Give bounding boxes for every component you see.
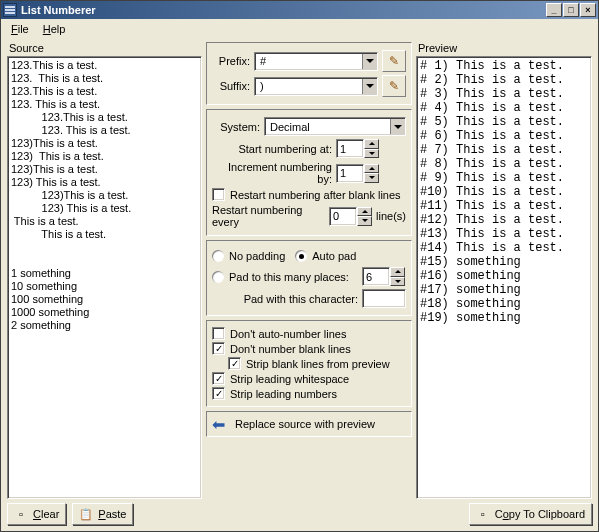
strip-leading-ws-checkbox[interactable]: ✓ [212, 372, 225, 385]
restart-blank-checkbox[interactable] [212, 188, 225, 201]
strip-blank-preview-label: Strip blank lines from preview [246, 358, 390, 370]
strip-leading-ws-label: Strip leading whitespace [230, 373, 349, 385]
no-padding-label: No padding [229, 250, 285, 262]
prefix-combo[interactable]: # [254, 52, 378, 71]
preview-panel: Preview # 1) This is a test. # 2) This i… [416, 42, 592, 525]
maximize-button[interactable]: □ [563, 3, 579, 17]
options-group: Don't auto-number lines ✓ Don't number b… [206, 320, 412, 407]
auto-pad-label: Auto pad [312, 250, 356, 262]
restart-every-label-pre: Restart numbering every [212, 204, 325, 228]
preview-textarea[interactable]: # 1) This is a test. # 2) This is a test… [416, 56, 592, 499]
clear-icon: ▫ [14, 507, 28, 521]
menu-help[interactable]: Help [37, 21, 72, 37]
preview-label: Preview [418, 42, 592, 54]
clear-button[interactable]: ▫ Clear [7, 503, 66, 525]
arrow-left-icon: ⬅ [207, 414, 229, 434]
paste-button[interactable]: 📋 Paste [72, 503, 133, 525]
restart-every-label-post: line(s) [376, 210, 406, 222]
pad-places-label: Pad to this many places: [229, 271, 349, 283]
strip-blank-preview-checkbox[interactable]: ✓ [228, 357, 241, 370]
pad-places-radio[interactable] [212, 271, 224, 283]
system-combo[interactable]: Decimal [264, 117, 406, 136]
menu-file[interactable]: File [5, 21, 35, 37]
replace-link[interactable]: Replace source with preview [235, 418, 375, 430]
prefix-label: Prefix: [212, 55, 250, 67]
no-padding-radio[interactable] [212, 250, 224, 262]
suffix-combo[interactable]: ) [254, 77, 378, 96]
source-panel: Source 123.This is a test. 123. This is … [7, 42, 202, 525]
copy-icon: ▫ [476, 507, 490, 521]
pad-char-label: Pad with this character: [212, 293, 358, 305]
settings-panel: Prefix: # ✎ Suffix: ) ✎ System: [206, 42, 412, 525]
titlebar: List Numberer _ □ × [1, 1, 598, 19]
close-button[interactable]: × [580, 3, 596, 17]
dont-auto-label: Don't auto-number lines [230, 328, 346, 340]
pad-places-spinner[interactable] [362, 267, 406, 286]
auto-pad-radio[interactable] [295, 250, 307, 262]
dont-auto-checkbox[interactable] [212, 327, 225, 340]
menubar: File Help [1, 19, 598, 38]
pad-char-input[interactable] [362, 289, 406, 308]
restart-blank-label: Restart numbering after blank lines [230, 189, 401, 201]
start-at-label: Start numbering at: [212, 143, 332, 155]
suffix-label: Suffix: [212, 80, 250, 92]
strip-leading-nums-checkbox[interactable]: ✓ [212, 387, 225, 400]
dont-blank-label: Don't number blank lines [230, 343, 351, 355]
strip-leading-nums-label: Strip leading numbers [230, 388, 337, 400]
system-label: System: [212, 121, 260, 133]
prefix-edit-button[interactable]: ✎ [382, 50, 406, 72]
start-at-spinner[interactable] [336, 139, 380, 158]
minimize-button[interactable]: _ [546, 3, 562, 17]
increment-spinner[interactable] [336, 164, 380, 183]
numbering-group: System: Decimal Start numbering at: Incr… [206, 109, 412, 236]
source-label: Source [9, 42, 202, 54]
increment-label: Increment numbering by: [212, 161, 332, 185]
window-title: List Numberer [21, 4, 546, 16]
app-icon [3, 3, 17, 17]
main-window: List Numberer _ □ × File Help Source 123… [0, 0, 599, 532]
paste-icon: 📋 [79, 507, 93, 521]
padding-group: No padding Auto pad Pad to this many pla… [206, 240, 412, 316]
source-textarea[interactable]: 123.This is a test. 123. This is a test.… [7, 56, 202, 499]
replace-group: ⬅ Replace source with preview [206, 411, 412, 437]
restart-every-spinner[interactable] [329, 207, 372, 226]
suffix-edit-button[interactable]: ✎ [382, 75, 406, 97]
prefix-suffix-group: Prefix: # ✎ Suffix: ) ✎ [206, 42, 412, 105]
copy-clipboard-button[interactable]: ▫ Copy To Clipboard [469, 503, 592, 525]
dont-blank-checkbox[interactable]: ✓ [212, 342, 225, 355]
client-area: Source 123.This is a test. 123. This is … [1, 38, 598, 531]
